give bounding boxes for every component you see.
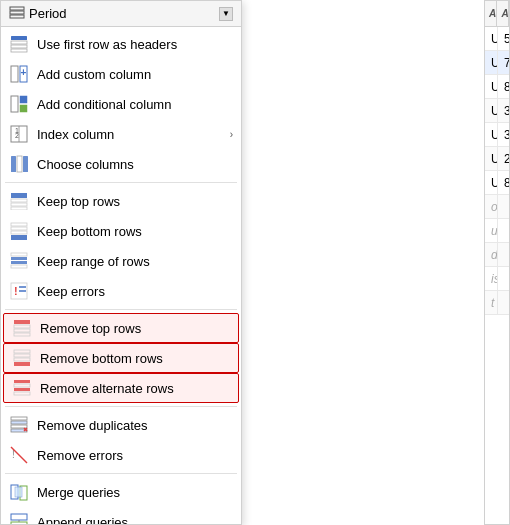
menu-item-remove-errors[interactable]: ! Remove errors bbox=[1, 440, 241, 470]
keep-range-of-rows-label: Keep range of rows bbox=[37, 254, 233, 269]
menu-item-append-queries[interactable]: Append queries bbox=[1, 507, 241, 524]
svg-rect-17 bbox=[11, 156, 16, 172]
index-column-arrow: › bbox=[230, 129, 233, 140]
merge-queries-label: Merge queries bbox=[37, 485, 233, 500]
svg-rect-37 bbox=[14, 325, 30, 328]
menu-item-index-column[interactable]: 1 2 Index column › bbox=[1, 119, 241, 149]
remove-errors-icon: ! bbox=[9, 445, 29, 465]
merge-queries-icon bbox=[9, 482, 29, 502]
country-cell: USA bbox=[485, 147, 498, 170]
svg-rect-42 bbox=[14, 358, 30, 361]
table-row: USA 51 bbox=[485, 27, 509, 51]
add-conditional-column-label: Add conditional column bbox=[37, 97, 233, 112]
menu-header: Period ▼ bbox=[1, 1, 241, 27]
menu-item-keep-top-rows[interactable]: Keep top rows bbox=[1, 186, 241, 216]
menu-header-dropdown[interactable]: ▼ bbox=[219, 7, 233, 21]
menu-item-add-custom-column[interactable]: + Add custom column bbox=[1, 59, 241, 89]
svg-rect-45 bbox=[14, 384, 30, 387]
svg-rect-5 bbox=[11, 45, 27, 48]
country-cell: USA bbox=[485, 123, 498, 146]
units-cell: 33 bbox=[498, 123, 509, 146]
table-header: ABC Country ▼ ABC Units ▼ bbox=[485, 1, 509, 27]
separator-4 bbox=[5, 473, 237, 474]
country-cell: USA bbox=[485, 27, 498, 50]
country-cell: din te... bbox=[485, 243, 498, 266]
svg-rect-18 bbox=[17, 156, 22, 172]
svg-rect-44 bbox=[14, 380, 30, 383]
menu-item-remove-bottom-rows[interactable]: Remove bottom rows bbox=[3, 343, 239, 373]
country-column-header[interactable]: ABC Country ▼ bbox=[485, 1, 497, 26]
svg-rect-6 bbox=[11, 49, 27, 52]
remove-top-icon bbox=[12, 318, 32, 338]
append-queries-icon bbox=[9, 512, 29, 524]
svg-rect-20 bbox=[11, 193, 27, 198]
menu-item-remove-alternate-rows[interactable]: Remove alternate rows bbox=[3, 373, 239, 403]
svg-rect-29 bbox=[11, 257, 27, 260]
units-cell bbox=[498, 243, 509, 266]
svg-rect-24 bbox=[11, 223, 27, 226]
svg-rect-58 bbox=[15, 487, 22, 497]
country-cell: USA bbox=[485, 171, 498, 194]
units-cell bbox=[498, 267, 509, 290]
svg-rect-25 bbox=[11, 227, 27, 230]
remove-bottom-rows-label: Remove bottom rows bbox=[40, 351, 230, 366]
svg-rect-2 bbox=[10, 15, 24, 18]
table-row: ismo... bbox=[485, 267, 509, 291]
choose-columns-icon bbox=[9, 154, 29, 174]
add-custom-column-label: Add custom column bbox=[37, 67, 233, 82]
svg-rect-4 bbox=[11, 41, 27, 44]
menu-item-remove-top-rows[interactable]: Remove top rows bbox=[3, 313, 239, 343]
keep-top-icon bbox=[9, 191, 29, 211]
country-cell: us risu... bbox=[485, 219, 498, 242]
remove-alternate-icon bbox=[12, 378, 32, 398]
remove-bottom-icon bbox=[12, 348, 32, 368]
country-cell: t eget... bbox=[485, 291, 498, 314]
svg-text:2: 2 bbox=[15, 132, 19, 139]
index-column-icon: 1 2 bbox=[9, 124, 29, 144]
keep-range-icon bbox=[9, 251, 29, 271]
add-cond-column-icon bbox=[9, 94, 29, 114]
remove-alternate-rows-label: Remove alternate rows bbox=[40, 381, 230, 396]
units-column-header[interactable]: ABC Units ▼ bbox=[497, 1, 509, 26]
remove-top-rows-label: Remove top rows bbox=[40, 321, 230, 336]
menu-item-remove-duplicates[interactable]: Remove duplicates bbox=[1, 410, 241, 440]
keep-top-rows-label: Keep top rows bbox=[37, 194, 233, 209]
svg-rect-1 bbox=[10, 11, 24, 14]
svg-rect-49 bbox=[11, 421, 27, 424]
append-queries-label: Append queries bbox=[37, 515, 233, 525]
svg-rect-7 bbox=[11, 66, 18, 82]
use-first-row-label: Use first row as headers bbox=[37, 37, 233, 52]
table-row: din te... bbox=[485, 243, 509, 267]
menu-item-use-first-row[interactable]: Use first row as headers bbox=[1, 29, 241, 59]
keep-bottom-rows-label: Keep bottom rows bbox=[37, 224, 233, 239]
menu-item-keep-range-of-rows[interactable]: Keep range of rows bbox=[1, 246, 241, 276]
separator-3 bbox=[5, 406, 237, 407]
svg-rect-19 bbox=[23, 156, 28, 172]
units-cell bbox=[498, 219, 509, 242]
context-menu: Period ▼ Use first row as headers bbox=[0, 0, 242, 525]
svg-rect-28 bbox=[11, 253, 27, 256]
svg-rect-59 bbox=[11, 514, 27, 520]
menu-item-add-conditional-column[interactable]: Add conditional column bbox=[1, 89, 241, 119]
remove-errors-label: Remove errors bbox=[37, 448, 233, 463]
units-cell: 89 bbox=[498, 75, 509, 98]
svg-rect-41 bbox=[14, 354, 30, 357]
menu-item-choose-columns[interactable]: Choose columns bbox=[1, 149, 241, 179]
table-row: USA 71 bbox=[485, 51, 509, 75]
svg-rect-48 bbox=[11, 417, 27, 420]
remove-duplicates-label: Remove duplicates bbox=[37, 418, 233, 433]
units-cell: 39 bbox=[498, 99, 509, 122]
table-row: USA 89 bbox=[485, 75, 509, 99]
svg-rect-36 bbox=[14, 320, 30, 324]
svg-rect-46 bbox=[14, 388, 30, 391]
units-type-icon: ABC bbox=[501, 7, 509, 19]
separator-1 bbox=[5, 182, 237, 183]
menu-item-keep-errors[interactable]: ! Keep errors bbox=[1, 276, 241, 306]
menu-item-merge-queries[interactable]: Merge queries bbox=[1, 477, 241, 507]
use-first-row-icon bbox=[9, 34, 29, 54]
table-body: USA 51 USA 71 USA 89 USA 39 USA 33 bbox=[485, 27, 509, 524]
table-row: USA 88 bbox=[485, 171, 509, 195]
menu-item-keep-bottom-rows[interactable]: Keep bottom rows bbox=[1, 216, 241, 246]
svg-rect-10 bbox=[11, 96, 18, 112]
svg-rect-11 bbox=[20, 96, 27, 103]
